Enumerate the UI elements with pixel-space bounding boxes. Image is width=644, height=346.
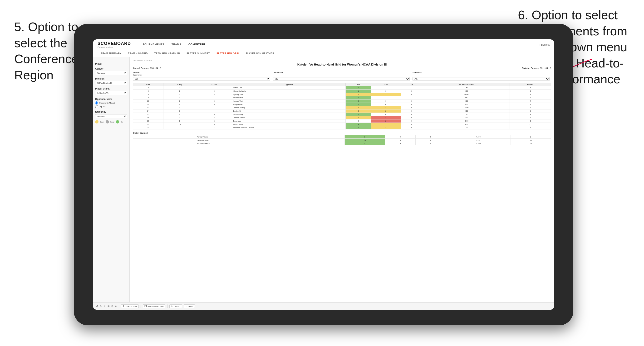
undo2-icon[interactable]: ↶ bbox=[104, 305, 106, 308]
main-table: # Div # Reg # Conf Opponent Win Loss Tie… bbox=[133, 83, 551, 129]
table-row: 914Sharon Mun13.673 bbox=[133, 96, 551, 100]
table-row: 1125Heeju Hyun1003.333 bbox=[133, 103, 551, 106]
copy-icon[interactable]: ⊞ bbox=[108, 305, 110, 308]
region-opponents-select[interactable]: (All) bbox=[133, 77, 270, 81]
subnav-team-h2h-grid[interactable]: TEAM H2H GRID bbox=[125, 50, 151, 57]
table-row: 20117Federica Domecq Lacroze2101.336 bbox=[133, 126, 551, 129]
colour-by-select[interactable]: Win/loss bbox=[95, 114, 127, 118]
ood-table-row: NCAA Division 25007.40010 bbox=[133, 142, 551, 145]
filter-conf-sub bbox=[273, 74, 410, 76]
filter-opponents-label: Opponents: bbox=[133, 74, 270, 76]
division-record: Division Record: 331 - 34 - 6 bbox=[522, 67, 551, 69]
th-div: # Div bbox=[133, 83, 164, 86]
colour-dot-up bbox=[116, 120, 119, 124]
watch-btn[interactable]: 👁 Watch ▾ bbox=[170, 305, 182, 308]
subnav-player-h2h-grid[interactable]: PLAYER H2H GRID bbox=[213, 50, 242, 57]
table-row: 1063Andrea York2004.004 bbox=[133, 100, 551, 103]
separator-2 bbox=[140, 305, 141, 308]
opponent-view-radio: Opponents Played Top 100 bbox=[95, 101, 127, 108]
table-row: 1822Euna Lee020-5.002 bbox=[133, 119, 551, 123]
colour-label-up: Up bbox=[120, 121, 123, 123]
filter-conf-title: Conference bbox=[273, 71, 410, 73]
share-btn[interactable]: ↗ Share bbox=[184, 305, 194, 308]
th-conf: # Conf bbox=[196, 83, 232, 86]
subnav-team-h2h-heatmap[interactable]: TEAM H2H HEATMAP bbox=[151, 50, 183, 57]
table-row: 1311Jessica Huang110-3.002 bbox=[133, 106, 551, 110]
content-area: Last Updated: 27/03/2024 Katelyn Vo Head… bbox=[130, 57, 554, 310]
table-row: 331Esther Lee11.504 bbox=[133, 86, 551, 90]
share-icon: ↗ bbox=[186, 305, 187, 307]
main-content: Player Gender Women's Division NCAA Divi… bbox=[93, 57, 554, 310]
view-original-label: View: Original bbox=[125, 305, 137, 307]
out-of-division-table: Foreign Team1004.5002NAIA Division 11500… bbox=[133, 135, 551, 145]
radio-top-100[interactable]: Top 100 bbox=[95, 105, 127, 108]
colour-by-label: Colour by bbox=[95, 111, 127, 113]
subnav-player-h2h-heatmap[interactable]: PLAYER H2H HEATMAP bbox=[242, 50, 278, 57]
logo-sub: Powered by clippd bbox=[98, 46, 131, 48]
table-row: 1585Stella Cheng1001.254 bbox=[133, 113, 551, 116]
paste-icon[interactable]: ⊟ bbox=[111, 305, 113, 308]
last-updated: Last Updated: 27/03/2024 bbox=[133, 60, 551, 61]
tablet: SCOREBOARD Powered by clippd TOURNAMENTS… bbox=[74, 24, 573, 325]
nav-teams[interactable]: TEAMS bbox=[172, 42, 181, 47]
watch-label: Watch ▾ bbox=[174, 305, 180, 307]
toolbar-bottom: ↺ ⟳ ↶ ⊞ ⊟ ⟳ 👁 View: Original 💾 Save Cust… bbox=[93, 302, 554, 310]
watch-icon: 👁 bbox=[171, 305, 173, 307]
th-tie: Tie bbox=[401, 83, 423, 86]
colour-label-down: Down bbox=[100, 121, 104, 123]
player-rank-select[interactable]: 8. Katelyn Vo bbox=[95, 91, 127, 95]
refresh-icon[interactable]: ⟳ bbox=[115, 305, 117, 308]
nav-tournaments[interactable]: TOURNAMENTS bbox=[143, 42, 164, 47]
filter-opp-sub bbox=[412, 74, 550, 76]
table-row: 19106Emily Chang4100.3011 bbox=[133, 123, 551, 126]
filter-col-opponent: Opponent (All) bbox=[411, 71, 551, 81]
colour-dot-down bbox=[95, 120, 98, 124]
subnav-team-summary[interactable]: TEAM SUMMARY bbox=[98, 50, 125, 57]
out-of-division-title: Out of division bbox=[133, 132, 551, 134]
th-opponent: Opponent bbox=[232, 83, 346, 86]
tablet-screen: SCOREBOARD Powered by clippd TOURNAMENTS… bbox=[93, 39, 554, 310]
opponent-select[interactable]: (All) bbox=[412, 77, 550, 81]
separator-1 bbox=[119, 305, 119, 308]
filter-region-title: Region bbox=[133, 71, 270, 73]
overall-record: Overall Record: 353 - 34 - 6 bbox=[133, 67, 161, 69]
page-title: Katelyn Vo Head-to-Head Grid for Women's… bbox=[133, 63, 551, 66]
subnav-player-summary[interactable]: PLAYER SUMMARY bbox=[183, 50, 213, 57]
share-label: Share bbox=[188, 305, 193, 307]
logo-area: SCOREBOARD Powered by clippd bbox=[98, 41, 131, 48]
sign-out[interactable]: | Sign out bbox=[540, 43, 550, 46]
save-custom-label: Save Custom View bbox=[148, 305, 164, 307]
table-row: 1636Jessica Mason120-0.947 bbox=[133, 116, 551, 119]
sidebar-player-rank-label: Player (Rank) bbox=[95, 87, 127, 90]
th-loss: Loss bbox=[371, 83, 401, 86]
main-nav: TOURNAMENTS TEAMS COMMITTEE bbox=[143, 42, 205, 47]
undo-icon[interactable]: ↺ bbox=[96, 305, 98, 308]
view-original-btn[interactable]: 👁 View: Original bbox=[121, 305, 139, 308]
sub-nav: TEAM SUMMARY TEAM H2H GRID TEAM H2H HEAT… bbox=[93, 50, 554, 57]
gender-select[interactable]: Women's bbox=[95, 71, 127, 75]
filter-col-conference: Conference (All) bbox=[272, 71, 411, 81]
save-custom-btn[interactable]: 💾 Save Custom View bbox=[143, 305, 165, 308]
view-icon: 👁 bbox=[123, 305, 125, 307]
nav-committee[interactable]: COMMITTEE bbox=[188, 42, 205, 47]
logo-text: SCOREBOARD bbox=[98, 41, 131, 46]
app-header: SCOREBOARD Powered by clippd TOURNAMENTS… bbox=[93, 39, 554, 50]
th-win: Win bbox=[346, 83, 371, 86]
ood-table-row: Foreign Team1004.5002 bbox=[133, 135, 551, 139]
colour-label-level: Level bbox=[110, 121, 114, 123]
table-row: 522Alexis Sudjianto1004.003 bbox=[133, 90, 551, 93]
radio-opponents-played[interactable]: Opponents Played bbox=[95, 101, 127, 105]
opponent-view-label: Opponent view bbox=[95, 98, 127, 100]
sidebar-gender-label: Gender bbox=[95, 67, 127, 70]
separator-3 bbox=[167, 305, 168, 308]
division-select[interactable]: NCAA Division III bbox=[95, 81, 127, 85]
sidebar: Player Gender Women's Division NCAA Divi… bbox=[93, 57, 130, 310]
th-reg: # Reg bbox=[163, 83, 196, 86]
th-diff: Diff Av Strokes/Rnd bbox=[423, 83, 510, 86]
filter-col-region: Region Opponents: (All) bbox=[133, 71, 272, 81]
records-row: Overall Record: 353 - 34 - 6 Division Re… bbox=[133, 67, 551, 69]
table-row: 1474Eunice Yi2200.389 bbox=[133, 110, 551, 113]
redo-icon[interactable]: ⟳ bbox=[100, 305, 102, 308]
ood-table-row: NAIA Division 115009.26730 bbox=[133, 139, 551, 142]
conference-select[interactable]: (All) bbox=[273, 77, 410, 81]
